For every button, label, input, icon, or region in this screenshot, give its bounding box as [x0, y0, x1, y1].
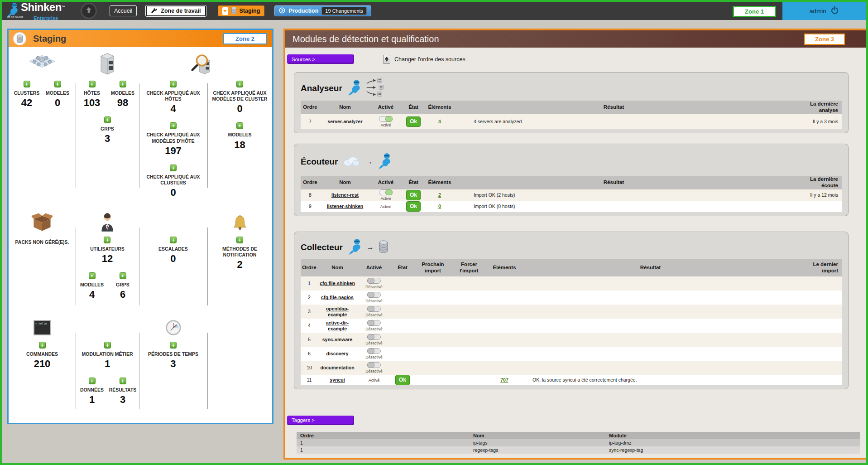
topbar: Shinken™ 03.07.00-003 Enterprise Accueil… — [2, 2, 866, 20]
add-icon[interactable] — [89, 81, 96, 87]
active-toggle[interactable] — [367, 306, 381, 312]
add-icon[interactable] — [89, 272, 96, 279]
sort-order-icon[interactable] — [383, 55, 390, 64]
add-icon[interactable] — [170, 237, 177, 243]
source-link[interactable]: syncui — [330, 377, 345, 383]
source-link[interactable]: documentation — [320, 365, 354, 371]
wrench-icon — [151, 7, 158, 15]
home-button[interactable]: Accueil — [110, 5, 137, 16]
table-row: 1 regexp-tags sync-regexp-tag — [297, 446, 860, 454]
staging-block-execution: >_hello COMMANDES 210 MODULATION MÉTIER … — [9, 314, 272, 422]
stat-check-clusters: CHECK APPLIQUÉ AUX CLUSTERS 0 — [141, 165, 206, 198]
stat-utilisateurs-grps: GRPS 6 — [108, 272, 137, 300]
active-toggle[interactable] — [367, 278, 381, 284]
source-link[interactable]: cfg-file-shinken — [320, 281, 355, 286]
cluster-icon — [29, 47, 56, 81]
source-link[interactable]: active-dir-example — [318, 320, 357, 331]
server-icon — [99, 47, 115, 81]
table-row: 1 cfg-file-shinken Désactivé — [301, 276, 842, 291]
source-link[interactable]: discovery — [326, 351, 348, 357]
stat-clusters: CLUSTERS 42 — [12, 81, 41, 108]
add-icon[interactable] — [120, 378, 126, 384]
clock-icon — [165, 314, 182, 342]
status-badge: Ok — [406, 201, 421, 211]
taggers-button[interactable]: Taggers > — [287, 416, 354, 425]
add-icon[interactable] — [236, 122, 243, 129]
shinken-app: Shinken™ 03.07.00-003 Enterprise Accueil… — [0, 0, 868, 465]
admin-button[interactable]: admin — [782, 2, 866, 20]
active-toggle[interactable] — [379, 116, 393, 122]
status-badge: Ok — [395, 375, 410, 385]
stat-packs: PACKS NON GÉRÉ(E)S. — [15, 237, 69, 245]
stat-utilisateurs-modeles: MODELES 4 — [77, 272, 106, 300]
add-icon[interactable] — [236, 237, 243, 243]
table-row: 1 ip-tags ip-tag-dmz — [297, 439, 860, 446]
analyseur-title: Analyseur — [301, 83, 342, 93]
active-toggle[interactable] — [367, 292, 381, 298]
add-icon[interactable] — [39, 342, 46, 349]
add-icon[interactable] — [104, 342, 111, 349]
source-link[interactable]: openldap-example — [318, 306, 357, 317]
dropdown-caret-icon — [222, 7, 228, 15]
add-icon[interactable] — [170, 342, 177, 349]
table-row: 2 cfg-file-nagios Désactivé — [301, 291, 842, 305]
active-toggle[interactable] — [379, 189, 393, 195]
add-icon[interactable] — [170, 122, 177, 129]
staging-dropdown-button[interactable]: Staging — [218, 5, 265, 16]
up-navigation-button[interactable] — [81, 3, 97, 19]
elements-link[interactable]: 4 — [438, 119, 441, 124]
staging-panel-header: Staging Zone 2 — [9, 30, 272, 47]
elements-link[interactable]: 0 — [438, 203, 441, 209]
add-icon[interactable] — [120, 81, 126, 87]
active-toggle[interactable] — [367, 320, 381, 326]
active-toggle[interactable] — [367, 362, 381, 368]
status-badge: Ok — [406, 116, 421, 126]
add-icon[interactable] — [120, 272, 126, 279]
add-icon[interactable] — [236, 81, 243, 87]
shinken-ninja-icon — [347, 238, 362, 257]
changes-count-badge: 19 Changements — [321, 7, 367, 15]
stat-resultats: RÉSULTATS 3 — [108, 378, 137, 405]
source-link[interactable]: listener-rest — [331, 192, 359, 198]
source-link[interactable]: server-analyzer — [327, 119, 362, 125]
elements-link[interactable]: 2 — [438, 192, 441, 198]
active-toggle[interactable] — [367, 348, 381, 354]
production-button[interactable]: Production 19 Changements — [274, 5, 371, 16]
workzone-button[interactable]: Zone de travail — [146, 5, 206, 16]
ecouteur-card: Écouteur → Ordre Nom Activé État Élément… — [294, 144, 849, 216]
user-icon — [99, 208, 115, 237]
shinken-ninja-icon — [377, 152, 392, 171]
add-icon[interactable] — [104, 237, 110, 243]
add-icon[interactable] — [24, 81, 30, 87]
brand-version: 03.07.00-003 — [7, 16, 23, 19]
shinken-ninja-icon — [347, 79, 361, 98]
table-row: 8 listener-rest Activé Ok 2 Import OK (2… — [301, 189, 842, 201]
source-link[interactable]: sync-vmware — [322, 337, 353, 343]
source-link[interactable]: listener-shinken — [327, 203, 364, 209]
sources-button[interactable]: Sources > — [287, 54, 354, 64]
ecouteur-title: Écouteur — [301, 157, 338, 167]
add-icon[interactable] — [89, 378, 96, 384]
cloud-icon — [342, 155, 360, 169]
stat-hotes-modeles: MODELES 98 — [108, 81, 137, 108]
brand-logo[interactable]: Shinken™ 03.07.00-003 Enterprise — [5, 2, 73, 20]
add-icon[interactable] — [104, 116, 111, 123]
stat-utilisateurs: UTILISATEURS 12 — [90, 237, 125, 264]
source-link[interactable]: cfg-file-nagios — [321, 295, 354, 300]
taggers-table: Ordre Nom Module 1 ip-tags ip-tag-dmz 1 … — [297, 432, 860, 454]
database-icon — [13, 32, 26, 45]
elements-link[interactable]: 707 — [500, 377, 508, 383]
add-icon[interactable] — [54, 81, 61, 87]
collecteur-card: Collecteur → Ordre Nom Activé État Proch… — [294, 232, 849, 389]
add-icon[interactable] — [170, 165, 177, 171]
order-sources-label[interactable]: Changer l'ordre des sources — [394, 56, 465, 63]
add-icon[interactable] — [170, 81, 177, 87]
arrow-right-icon: → — [366, 243, 374, 252]
zone1-badge: Zone 1 — [733, 6, 776, 17]
stat-donnees: DONNÉES 1 — [77, 378, 106, 405]
table-row: 5 sync-vmware Désactivé — [301, 333, 842, 347]
collecteur-title: Collecteur — [301, 242, 343, 252]
staging-block-infrastructure: CLUSTERS 42 MODELES 0 — [9, 47, 272, 208]
up-arrow-icon — [85, 6, 93, 16]
active-toggle[interactable] — [367, 334, 381, 340]
